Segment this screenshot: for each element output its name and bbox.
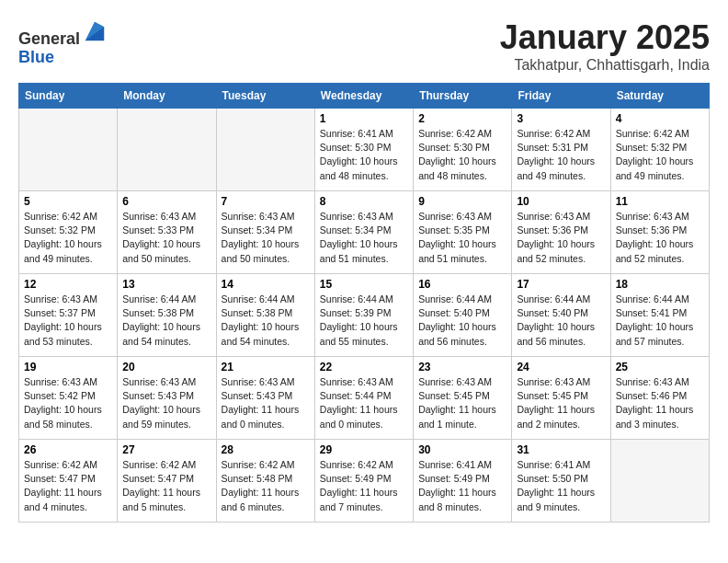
day-info: Sunrise: 6:43 AMSunset: 5:34 PMDaylight:… [320, 210, 408, 266]
day-info: Sunrise: 6:43 AMSunset: 5:37 PMDaylight:… [24, 293, 112, 349]
day-info: Sunrise: 6:43 AMSunset: 5:45 PMDaylight:… [418, 375, 506, 431]
calendar-cell: 23Sunrise: 6:43 AMSunset: 5:45 PMDayligh… [414, 357, 512, 440]
calendar-cell: 13Sunrise: 6:44 AMSunset: 5:38 PMDayligh… [118, 274, 216, 357]
month-title: January 2025 [500, 18, 710, 57]
calendar-cell: 25Sunrise: 6:43 AMSunset: 5:46 PMDayligh… [610, 357, 709, 440]
calendar-cell: 3Sunrise: 6:42 AMSunset: 5:31 PMDaylight… [512, 109, 610, 191]
day-info: Sunrise: 6:43 AMSunset: 5:34 PMDaylight:… [222, 210, 310, 266]
day-number: 20 [122, 361, 210, 373]
calendar-cell: 2Sunrise: 6:42 AMSunset: 5:30 PMDaylight… [414, 109, 512, 191]
calendar-cell: 27Sunrise: 6:42 AMSunset: 5:47 PMDayligh… [118, 440, 216, 523]
location-subtitle: Takhatpur, Chhattisgarh, India [500, 57, 710, 74]
calendar-cell: 26Sunrise: 6:42 AMSunset: 5:47 PMDayligh… [19, 440, 118, 523]
day-info: Sunrise: 6:44 AMSunset: 5:40 PMDaylight:… [517, 293, 605, 349]
weekday-header-saturday: Saturday [610, 84, 709, 109]
day-number: 25 [616, 361, 704, 373]
logo-icon [82, 18, 108, 44]
calendar-cell: 18Sunrise: 6:44 AMSunset: 5:41 PMDayligh… [610, 274, 709, 357]
day-number: 29 [320, 443, 408, 456]
day-number: 8 [320, 195, 408, 208]
calendar-cell: 4Sunrise: 6:42 AMSunset: 5:32 PMDaylight… [610, 109, 709, 191]
day-number: 4 [616, 112, 704, 125]
calendar-cell: 7Sunrise: 6:43 AMSunset: 5:34 PMDaylight… [216, 191, 314, 274]
day-info: Sunrise: 6:43 AMSunset: 5:42 PMDaylight:… [24, 375, 112, 431]
calendar-cell: 29Sunrise: 6:42 AMSunset: 5:49 PMDayligh… [314, 440, 413, 523]
day-number: 24 [517, 361, 605, 373]
day-info: Sunrise: 6:43 AMSunset: 5:35 PMDaylight:… [418, 210, 506, 266]
day-number: 9 [418, 195, 506, 208]
day-info: Sunrise: 6:43 AMSunset: 5:43 PMDaylight:… [222, 375, 310, 431]
day-number: 21 [222, 361, 310, 373]
calendar-cell: 6Sunrise: 6:43 AMSunset: 5:33 PMDaylight… [118, 191, 216, 274]
day-number: 17 [517, 278, 605, 291]
calendar-cell: 30Sunrise: 6:41 AMSunset: 5:49 PMDayligh… [414, 440, 512, 523]
week-row-5: 26Sunrise: 6:42 AMSunset: 5:47 PMDayligh… [19, 440, 710, 523]
calendar-cell: 24Sunrise: 6:43 AMSunset: 5:45 PMDayligh… [512, 357, 610, 440]
day-number: 30 [418, 443, 506, 456]
calendar-cell: 14Sunrise: 6:44 AMSunset: 5:38 PMDayligh… [216, 274, 314, 357]
day-info: Sunrise: 6:42 AMSunset: 5:48 PMDaylight:… [222, 458, 310, 514]
page-header: General Blue January 2025 Takhatpur, Chh… [18, 18, 710, 74]
day-number: 23 [418, 361, 506, 373]
day-number: 19 [24, 361, 112, 373]
logo-blue: Blue [18, 48, 54, 66]
day-info: Sunrise: 6:42 AMSunset: 5:47 PMDaylight:… [24, 458, 112, 514]
calendar-cell: 1Sunrise: 6:41 AMSunset: 5:30 PMDaylight… [314, 109, 413, 191]
day-info: Sunrise: 6:43 AMSunset: 5:44 PMDaylight:… [320, 375, 408, 431]
day-number: 16 [418, 278, 506, 291]
calendar-cell: 31Sunrise: 6:41 AMSunset: 5:50 PMDayligh… [512, 440, 610, 523]
weekday-header-sunday: Sunday [19, 84, 118, 109]
day-info: Sunrise: 6:43 AMSunset: 5:33 PMDaylight:… [122, 210, 210, 266]
day-number: 13 [122, 278, 210, 291]
day-number: 6 [122, 195, 210, 208]
weekday-header-row: SundayMondayTuesdayWednesdayThursdayFrid… [19, 84, 710, 109]
day-info: Sunrise: 6:43 AMSunset: 5:45 PMDaylight:… [517, 375, 605, 431]
day-number: 14 [222, 278, 310, 291]
weekday-header-tuesday: Tuesday [216, 84, 314, 109]
calendar-cell: 17Sunrise: 6:44 AMSunset: 5:40 PMDayligh… [512, 274, 610, 357]
calendar-cell: 22Sunrise: 6:43 AMSunset: 5:44 PMDayligh… [314, 357, 413, 440]
day-info: Sunrise: 6:44 AMSunset: 5:38 PMDaylight:… [222, 293, 310, 349]
week-row-3: 12Sunrise: 6:43 AMSunset: 5:37 PMDayligh… [19, 274, 710, 357]
day-info: Sunrise: 6:44 AMSunset: 5:40 PMDaylight:… [418, 293, 506, 349]
day-number: 7 [222, 195, 310, 208]
calendar-cell [216, 109, 314, 191]
calendar-table: SundayMondayTuesdayWednesdayThursdayFrid… [18, 83, 710, 523]
day-info: Sunrise: 6:43 AMSunset: 5:46 PMDaylight:… [616, 375, 704, 431]
logo: General Blue [18, 18, 108, 67]
calendar-cell: 16Sunrise: 6:44 AMSunset: 5:40 PMDayligh… [414, 274, 512, 357]
weekday-header-thursday: Thursday [414, 84, 512, 109]
day-number: 10 [517, 195, 605, 208]
calendar-cell: 12Sunrise: 6:43 AMSunset: 5:37 PMDayligh… [19, 274, 118, 357]
day-info: Sunrise: 6:41 AMSunset: 5:49 PMDaylight:… [418, 458, 506, 514]
day-info: Sunrise: 6:42 AMSunset: 5:32 PMDaylight:… [24, 210, 112, 266]
day-info: Sunrise: 6:42 AMSunset: 5:47 PMDaylight:… [122, 458, 210, 514]
day-number: 12 [24, 278, 112, 291]
day-number: 11 [616, 195, 704, 208]
day-number: 3 [517, 112, 605, 125]
title-block: January 2025 Takhatpur, Chhattisgarh, In… [500, 18, 710, 74]
calendar-cell [610, 440, 709, 523]
day-info: Sunrise: 6:44 AMSunset: 5:41 PMDaylight:… [616, 293, 704, 349]
week-row-2: 5Sunrise: 6:42 AMSunset: 5:32 PMDaylight… [19, 191, 710, 274]
calendar-cell: 11Sunrise: 6:43 AMSunset: 5:36 PMDayligh… [610, 191, 709, 274]
day-info: Sunrise: 6:44 AMSunset: 5:39 PMDaylight:… [320, 293, 408, 349]
day-info: Sunrise: 6:44 AMSunset: 5:38 PMDaylight:… [122, 293, 210, 349]
day-number: 31 [517, 443, 605, 456]
weekday-header-monday: Monday [118, 84, 216, 109]
day-info: Sunrise: 6:42 AMSunset: 5:31 PMDaylight:… [517, 127, 605, 183]
weekday-header-friday: Friday [512, 84, 610, 109]
calendar-cell: 15Sunrise: 6:44 AMSunset: 5:39 PMDayligh… [314, 274, 413, 357]
day-info: Sunrise: 6:43 AMSunset: 5:43 PMDaylight:… [122, 375, 210, 431]
day-number: 26 [24, 443, 112, 456]
day-number: 18 [616, 278, 704, 291]
day-number: 2 [418, 112, 506, 125]
calendar-cell: 20Sunrise: 6:43 AMSunset: 5:43 PMDayligh… [118, 357, 216, 440]
day-info: Sunrise: 6:42 AMSunset: 5:30 PMDaylight:… [418, 127, 506, 183]
week-row-1: 1Sunrise: 6:41 AMSunset: 5:30 PMDaylight… [19, 109, 710, 191]
calendar-cell [19, 109, 118, 191]
calendar-cell: 19Sunrise: 6:43 AMSunset: 5:42 PMDayligh… [19, 357, 118, 440]
day-info: Sunrise: 6:42 AMSunset: 5:49 PMDaylight:… [320, 458, 408, 514]
logo-general: General [18, 29, 80, 48]
day-number: 5 [24, 195, 112, 208]
